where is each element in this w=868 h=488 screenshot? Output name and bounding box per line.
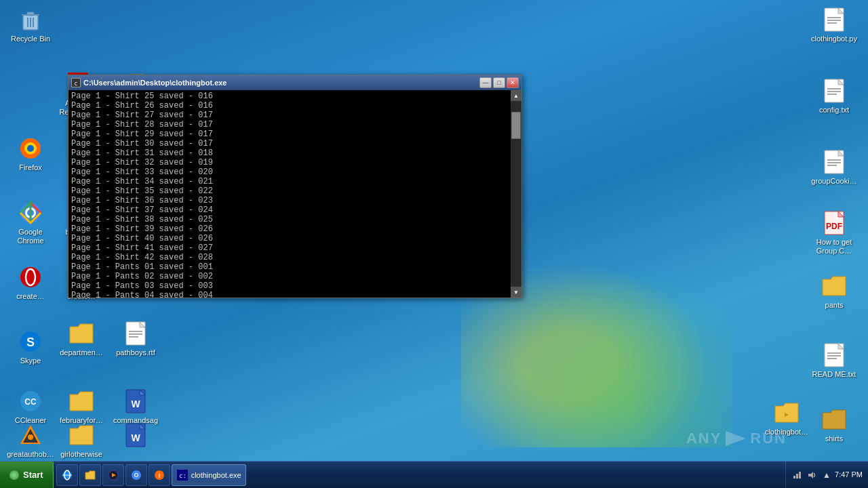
desktop-icon-girlotherwise[interactable]: W [108,419,163,453]
svg-text:W: W [131,432,140,443]
clothingbot-folder-label: clothingbot… [765,428,808,436]
taskbar-item-avast[interactable]: ! [149,464,170,486]
readme-label: READ ME.txt [812,370,856,379]
howtoget-icon: PDF [821,209,848,237]
cmd-scroll-up[interactable]: ▲ [511,90,521,101]
taskbar-item-explorer[interactable] [79,464,101,486]
februaryfor-icon [68,388,95,415]
groupcooki-icon [821,148,848,176]
ie-icon [61,469,73,481]
opera-icon [17,264,44,291]
cmd-taskbar-icon: c: [176,469,189,481]
clothingbot-py-label: clothingbot.py [811,35,857,43]
desktop-icon-pathboys[interactable]: pathboys.rtf [108,317,163,360]
departmen-icon [68,320,95,347]
cmd-scrollbar-thumb[interactable] [511,112,521,139]
svg-point-14 [20,267,41,287]
cmd-titlebar-buttons: — □ ✕ [479,77,519,88]
desktop-icon-firefox[interactable]: Firefox [3,132,58,175]
taskbar-item-ie[interactable] [56,464,78,486]
desktop-icon-pants[interactable]: pants [807,270,861,312]
howtoget-label: How to get Group C… [810,238,859,256]
cmd-close-button[interactable]: ✕ [507,77,519,88]
clock-time: 7:47 PM [835,470,863,479]
notification-arrow-icon[interactable]: ▲ [821,470,832,481]
cmd-scroll-down[interactable]: ▼ [511,287,521,298]
desktop-icon-recycle-bin[interactable]: Recycle Bin [3,3,58,46]
svg-point-73 [135,474,138,476]
systray: ▲ [791,470,832,481]
desktop: Recycle Bin A Acrobat Reader DC Firefo [0,0,868,488]
desktop-icon-opera[interactable]: create… [3,261,58,304]
cmd-scrollbar[interactable]: ▲ ▼ [511,90,521,298]
start-button[interactable]: Start [0,462,54,489]
firefox-label: Firefox [19,163,42,172]
recycle-bin-icon [17,6,44,33]
svg-text:!: ! [158,472,160,479]
svg-marker-81 [808,472,813,479]
taskbar-item-chrome[interactable] [125,464,147,486]
shirts-icon [821,406,848,433]
chrome-icon [17,199,44,226]
skype-icon: S [17,328,44,355]
recycle-bin-label: Recycle Bin [11,35,50,43]
svg-text:PDF: PDF [826,222,842,231]
explorer-icon [84,469,96,481]
svg-point-22 [28,434,33,440]
skype-label: Skype [20,357,41,365]
start-label: Start [23,470,43,480]
media-icon [107,469,119,481]
cmd-window: c C:\Users\admin\Desktop\clothingbot.exe… [68,75,522,298]
cmd-title-text: C:\Users\admin\Desktop\clothingbot.exe [83,79,226,87]
taskbar-item-media[interactable] [102,464,124,486]
svg-text:S: S [26,336,35,349]
cmd-titlebar-icon: c [71,78,81,87]
desktop-icon-groupcooki[interactable]: groupCooki… [807,146,861,188]
taskbar-items: ! c: clothingbot.exe [54,464,785,486]
taskbar-right: ▲ 7:47 PM [785,462,868,488]
commandsag-icon: W [122,388,149,415]
desktop-icon-shirts[interactable]: shirts [807,403,861,446]
cmd-minimize-button[interactable]: — [479,77,492,88]
desktop-icon-skype[interactable]: S Skype [3,325,58,368]
cmd-maximize-button[interactable]: □ [493,77,505,88]
pants-label: pants [825,301,844,310]
cmd-output: Page 1 - Shirt 25 saved - 016 Page 1 - S… [68,90,511,298]
desktop-icon-clothingbot-py[interactable]: clothingbot.py [807,3,861,46]
svg-point-10 [27,145,34,152]
cmd-titlebar-left: c C:\Users\admin\Desktop\clothingbot.exe [71,78,226,87]
volume-icon[interactable] [806,470,817,481]
desktop-icon-howtoget[interactable]: PDF How to get Group C… [807,207,861,258]
opera-label: create… [16,292,45,301]
config-txt-label: config.txt [819,106,849,115]
svg-text:c: c [74,80,77,87]
avast-icon: ! [153,469,165,481]
config-txt-icon [821,77,848,104]
taskbar: Start [0,461,868,488]
taskbar-item-cmd[interactable]: c: clothingbot.exe [172,464,246,486]
desktop-icon-vlc[interactable]: greatauthob… [3,419,58,462]
pathboys-label: pathboys.rtf [116,348,155,357]
vlc-icon [17,422,44,449]
girlotherwise-icon: W [122,422,149,449]
clothingbot-py-icon [821,6,848,33]
chrome-label: Google Chrome [6,228,55,245]
firefox-icon [17,135,44,162]
groupcooki-label: groupCooki… [811,177,856,186]
readme-icon [821,342,848,369]
svg-rect-78 [793,476,795,479]
desktop-icon-departmen[interactable]: departmen… [54,317,108,360]
svg-text:CC: CC [24,397,37,407]
clock: 7:47 PM [835,470,863,479]
pants-icon [821,272,848,300]
desktop-icon-clothingbot-folder[interactable]: ► clothingbot… [760,396,814,439]
svg-text:►: ► [783,411,790,418]
chrome-taskbar-icon [130,469,142,481]
svg-text:c:: c: [179,472,186,479]
network-icon[interactable] [791,470,802,481]
clothingbot-folder-icon: ► [773,399,800,426]
desktop-icon-chrome[interactable]: Google Chrome [3,197,58,248]
departmen-label: departmen… [60,348,103,357]
desktop-icon-config-txt[interactable]: config.txt [807,75,861,117]
desktop-icon-readme[interactable]: READ ME.txt [807,339,861,382]
